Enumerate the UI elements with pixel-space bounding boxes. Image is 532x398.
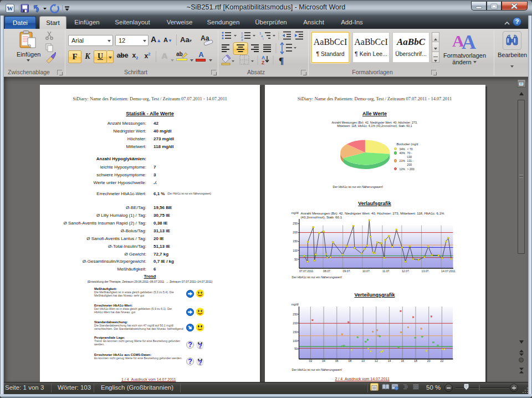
svg-text:i: i	[263, 37, 263, 40]
svg-text:07.07.2011: 07.07.2011	[299, 269, 313, 273]
svg-text:150: 150	[293, 330, 298, 334]
svg-text:3: 3	[241, 38, 243, 42]
svg-text:16: 16	[401, 359, 404, 363]
svg-text:200: 200	[293, 231, 298, 234]
svg-text:50: 50	[294, 347, 298, 350]
svg-text:100: 100	[293, 249, 298, 252]
svg-text:08: 08	[348, 359, 351, 363]
svg-text:06: 06	[335, 359, 338, 363]
svg-text:12.07.: 12.07.	[401, 269, 409, 273]
svg-text:250: 250	[293, 313, 298, 316]
svg-text:18: 18	[414, 359, 417, 363]
svg-text:11.07.: 11.07.	[382, 269, 390, 273]
svg-text:Z: Z	[262, 60, 264, 65]
svg-text:250: 250	[293, 222, 298, 225]
svg-text:14.07.2011: 14.07.2011	[441, 269, 456, 273]
svg-text:20: 20	[427, 359, 430, 363]
svg-text:150: 150	[293, 239, 298, 243]
svg-text:04: 04	[322, 359, 325, 363]
svg-text:22: 22	[440, 359, 443, 363]
svg-text:14: 14	[387, 359, 391, 363]
svg-text:02: 02	[309, 359, 312, 363]
svg-text:13.07.: 13.07.	[421, 269, 429, 273]
svg-text:50: 50	[294, 258, 298, 261]
svg-text:10.07.: 10.07.	[362, 269, 370, 273]
svg-text:08.07.: 08.07.	[323, 269, 331, 273]
svg-text:12: 12	[375, 359, 378, 363]
svg-text:09.07.: 09.07.	[342, 269, 350, 273]
svg-text:200: 200	[293, 322, 298, 325]
svg-text:100: 100	[293, 339, 298, 343]
svg-text:A: A	[462, 31, 476, 50]
svg-text:¶: ¶	[279, 55, 284, 66]
svg-text:10: 10	[361, 359, 365, 363]
